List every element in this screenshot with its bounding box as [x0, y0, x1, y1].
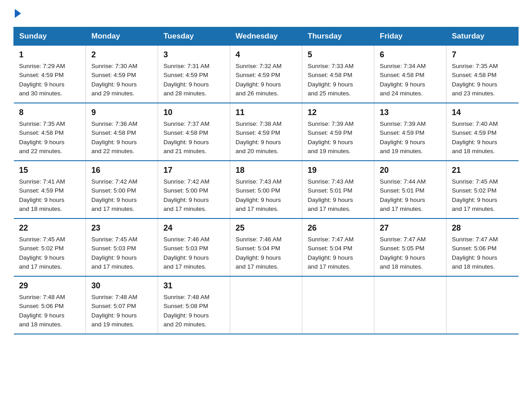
day-info: Sunrise: 7:38 AMSunset: 4:59 PMDaylight:…	[236, 120, 296, 156]
day-number: 10	[163, 108, 224, 117]
day-info: Sunrise: 7:48 AMSunset: 5:08 PMDaylight:…	[163, 293, 224, 329]
calendar-cell: 13Sunrise: 7:39 AMSunset: 4:59 PMDayligh…	[374, 103, 446, 161]
day-info: Sunrise: 7:37 AMSunset: 4:58 PMDaylight:…	[163, 120, 224, 156]
calendar-cell: 29Sunrise: 7:48 AMSunset: 5:06 PMDayligh…	[14, 276, 86, 334]
day-number: 3	[163, 50, 224, 60]
calendar-cell: 17Sunrise: 7:42 AMSunset: 5:00 PMDayligh…	[158, 161, 230, 218]
day-number: 21	[452, 166, 513, 175]
calendar-cell: 18Sunrise: 7:43 AMSunset: 5:00 PMDayligh…	[230, 161, 302, 218]
day-number: 24	[163, 223, 224, 233]
calendar-cell: 25Sunrise: 7:46 AMSunset: 5:04 PMDayligh…	[230, 218, 302, 276]
day-info: Sunrise: 7:40 AMSunset: 4:59 PMDaylight:…	[452, 120, 513, 156]
day-info: Sunrise: 7:36 AMSunset: 4:58 PMDaylight:…	[91, 120, 152, 156]
day-info: Sunrise: 7:30 AMSunset: 4:59 PMDaylight:…	[91, 62, 152, 98]
day-info: Sunrise: 7:45 AMSunset: 5:02 PMDaylight:…	[19, 235, 81, 271]
calendar-cell: 1Sunrise: 7:29 AMSunset: 4:59 PMDaylight…	[14, 46, 86, 103]
day-info: Sunrise: 7:35 AMSunset: 4:58 PMDaylight:…	[452, 62, 513, 98]
calendar-cell: 30Sunrise: 7:48 AMSunset: 5:07 PMDayligh…	[86, 276, 158, 334]
calendar-week-row: 8Sunrise: 7:35 AMSunset: 4:58 PMDaylight…	[14, 103, 519, 161]
weekday-header-thursday: Thursday	[302, 27, 374, 46]
calendar-cell: 9Sunrise: 7:36 AMSunset: 4:58 PMDaylight…	[86, 103, 158, 161]
calendar-cell: 22Sunrise: 7:45 AMSunset: 5:02 PMDayligh…	[14, 218, 86, 276]
calendar-cell: 19Sunrise: 7:43 AMSunset: 5:01 PMDayligh…	[302, 161, 374, 218]
calendar-week-row: 15Sunrise: 7:41 AMSunset: 4:59 PMDayligh…	[14, 161, 519, 218]
day-number: 7	[452, 50, 513, 60]
calendar-cell: 16Sunrise: 7:42 AMSunset: 5:00 PMDayligh…	[86, 161, 158, 218]
weekday-header-sunday: Sunday	[14, 27, 86, 46]
calendar-cell: 15Sunrise: 7:41 AMSunset: 4:59 PMDayligh…	[14, 161, 86, 218]
day-info: Sunrise: 7:35 AMSunset: 4:58 PMDaylight:…	[19, 120, 81, 156]
day-number: 12	[308, 108, 369, 117]
day-number: 1	[19, 50, 81, 60]
calendar-cell: 20Sunrise: 7:44 AMSunset: 5:01 PMDayligh…	[374, 161, 446, 218]
calendar-cell: 7Sunrise: 7:35 AMSunset: 4:58 PMDaylight…	[446, 46, 519, 103]
day-number: 22	[19, 223, 81, 233]
day-number: 13	[380, 108, 441, 117]
day-info: Sunrise: 7:34 AMSunset: 4:58 PMDaylight:…	[380, 62, 441, 98]
calendar-cell: 21Sunrise: 7:45 AMSunset: 5:02 PMDayligh…	[446, 161, 519, 218]
day-number: 4	[236, 50, 296, 60]
page-header	[13, 9, 519, 18]
day-info: Sunrise: 7:48 AMSunset: 5:06 PMDaylight:…	[19, 293, 81, 329]
calendar-cell: 27Sunrise: 7:47 AMSunset: 5:05 PMDayligh…	[374, 218, 446, 276]
weekday-header-wednesday: Wednesday	[230, 27, 302, 46]
day-number: 5	[308, 50, 369, 60]
day-info: Sunrise: 7:44 AMSunset: 5:01 PMDaylight:…	[380, 177, 441, 214]
calendar-cell: 2Sunrise: 7:30 AMSunset: 4:59 PMDaylight…	[86, 46, 158, 103]
day-number: 14	[452, 108, 513, 117]
day-number: 27	[380, 223, 441, 233]
day-info: Sunrise: 7:32 AMSunset: 4:59 PMDaylight:…	[236, 62, 296, 98]
day-info: Sunrise: 7:48 AMSunset: 5:07 PMDaylight:…	[91, 293, 152, 329]
calendar-table: SundayMondayTuesdayWednesdayThursdayFrid…	[13, 27, 519, 334]
calendar-cell: 28Sunrise: 7:47 AMSunset: 5:06 PMDayligh…	[446, 218, 519, 276]
calendar-week-row: 29Sunrise: 7:48 AMSunset: 5:06 PMDayligh…	[14, 276, 519, 334]
day-info: Sunrise: 7:31 AMSunset: 4:59 PMDaylight:…	[163, 62, 224, 98]
day-info: Sunrise: 7:29 AMSunset: 4:59 PMDaylight:…	[19, 62, 81, 98]
calendar-week-row: 22Sunrise: 7:45 AMSunset: 5:02 PMDayligh…	[14, 218, 519, 276]
day-info: Sunrise: 7:39 AMSunset: 4:59 PMDaylight:…	[308, 120, 369, 156]
day-number: 26	[308, 223, 369, 233]
calendar-week-row: 1Sunrise: 7:29 AMSunset: 4:59 PMDaylight…	[14, 46, 519, 103]
day-number: 29	[19, 281, 81, 291]
day-info: Sunrise: 7:43 AMSunset: 5:00 PMDaylight:…	[236, 177, 296, 214]
day-info: Sunrise: 7:39 AMSunset: 4:59 PMDaylight:…	[380, 120, 441, 156]
day-info: Sunrise: 7:45 AMSunset: 5:03 PMDaylight:…	[91, 235, 152, 271]
day-info: Sunrise: 7:33 AMSunset: 4:58 PMDaylight:…	[308, 62, 369, 98]
day-number: 28	[452, 223, 513, 233]
calendar-cell: 11Sunrise: 7:38 AMSunset: 4:59 PMDayligh…	[230, 103, 302, 161]
calendar-cell: 31Sunrise: 7:48 AMSunset: 5:08 PMDayligh…	[158, 276, 230, 334]
day-number: 6	[380, 50, 441, 60]
day-info: Sunrise: 7:47 AMSunset: 5:06 PMDaylight:…	[452, 235, 513, 271]
day-info: Sunrise: 7:47 AMSunset: 5:05 PMDaylight:…	[380, 235, 441, 271]
day-number: 31	[163, 281, 224, 291]
calendar-cell: 5Sunrise: 7:33 AMSunset: 4:58 PMDaylight…	[302, 46, 374, 103]
day-number: 30	[91, 281, 152, 291]
day-number: 18	[236, 166, 296, 175]
day-number: 17	[163, 166, 224, 175]
calendar-cell: 14Sunrise: 7:40 AMSunset: 4:59 PMDayligh…	[446, 103, 519, 161]
weekday-header-friday: Friday	[374, 27, 446, 46]
logo-arrow-icon	[15, 9, 21, 18]
calendar-cell: 3Sunrise: 7:31 AMSunset: 4:59 PMDaylight…	[158, 46, 230, 103]
day-info: Sunrise: 7:42 AMSunset: 5:00 PMDaylight:…	[163, 177, 224, 214]
day-number: 11	[236, 108, 296, 117]
calendar-cell: 10Sunrise: 7:37 AMSunset: 4:58 PMDayligh…	[158, 103, 230, 161]
day-number: 2	[91, 50, 152, 60]
day-info: Sunrise: 7:42 AMSunset: 5:00 PMDaylight:…	[91, 177, 152, 214]
calendar-cell: 24Sunrise: 7:46 AMSunset: 5:03 PMDayligh…	[158, 218, 230, 276]
calendar-cell: 12Sunrise: 7:39 AMSunset: 4:59 PMDayligh…	[302, 103, 374, 161]
day-number: 19	[308, 166, 369, 175]
weekday-header-row: SundayMondayTuesdayWednesdayThursdayFrid…	[14, 27, 519, 46]
calendar-cell	[374, 276, 446, 334]
day-number: 8	[19, 108, 81, 117]
day-info: Sunrise: 7:45 AMSunset: 5:02 PMDaylight:…	[452, 177, 513, 214]
day-info: Sunrise: 7:41 AMSunset: 4:59 PMDaylight:…	[19, 177, 81, 214]
calendar-cell: 26Sunrise: 7:47 AMSunset: 5:04 PMDayligh…	[302, 218, 374, 276]
logo	[13, 9, 21, 18]
day-number: 23	[91, 223, 152, 233]
day-info: Sunrise: 7:47 AMSunset: 5:04 PMDaylight:…	[308, 235, 369, 271]
day-info: Sunrise: 7:46 AMSunset: 5:04 PMDaylight:…	[236, 235, 296, 271]
day-info: Sunrise: 7:46 AMSunset: 5:03 PMDaylight:…	[163, 235, 224, 271]
day-number: 16	[91, 166, 152, 175]
day-number: 15	[19, 166, 81, 175]
